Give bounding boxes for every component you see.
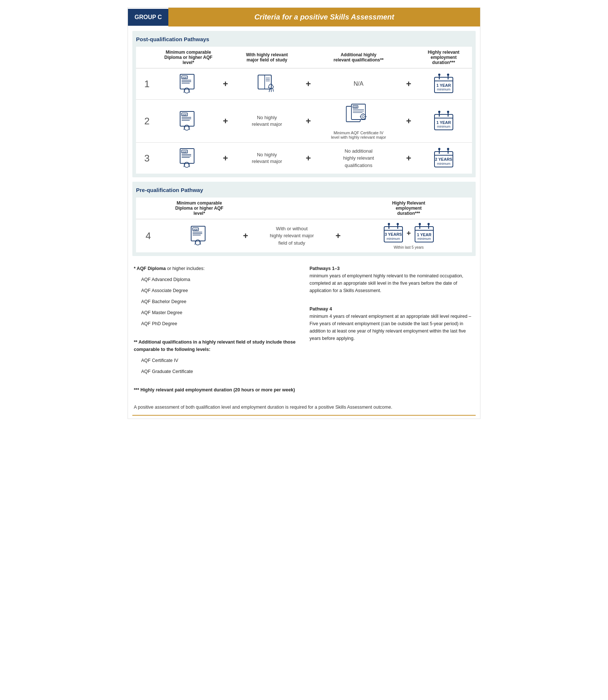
svg-text:AQF: AQF [182,151,187,153]
row-number: 2 [136,100,158,143]
svg-point-86 [397,223,399,225]
svg-point-22 [447,74,449,76]
pre-col-diploma: Minimum comparableDiploma or higher AQFl… [160,198,238,219]
note1: * AQF Diploma or higher includes: [134,265,298,272]
header: GROUP C Criteria for a positive Skills A… [128,8,480,26]
svg-text:minimum: minimum [417,237,431,241]
book-icon [255,71,279,95]
note2: ** Additional qualifications in a highly… [134,338,298,353]
pathway4-text: minimum 4 years of relevant employment a… [310,314,471,341]
pre-qual-section: Pre-qualification Pathway Minimum compar… [132,182,476,256]
note3: *** Highly relevant paid employment dura… [134,386,298,394]
svg-text:AQF: AQF [182,114,187,116]
note2-item-1: AQF Certificate IV [141,357,298,364]
svg-text:minimum: minimum [437,88,451,91]
pathway4-title: Pathway 4 [310,306,332,312]
diploma-icon-cell-3: AQF [158,143,219,174]
diploma-icon-3: AQF [176,146,200,170]
bottom-note-text: A positive assessment of both qualificat… [134,405,392,410]
row-number: 4 [136,219,160,253]
svg-text:AQF: AQF [353,106,358,108]
post-qual-section: Post-qualification Pathways Minimum comp… [132,31,476,177]
svg-point-68 [438,148,440,150]
with-or-without-cell: With or withouthighly relevant majorfiel… [253,219,331,253]
col-header-employment: Highly relevantemploymentduration*** [415,47,472,68]
pre-plus-2: + [331,219,346,253]
pre-col-num [136,198,160,219]
plus-2: + [302,68,315,100]
note2-item-2: AQF Graduate Certificate [141,368,298,375]
pre-col-plus2 [331,198,346,219]
svg-text:1 YEAR: 1 YEAR [436,120,451,125]
pre-diploma-cell: AQF [160,219,238,253]
calendar-cell-1: 1 YEAR minimum [415,68,472,100]
no-major-cell-3: No highlyrelevant major [232,143,302,174]
na-cell: N/A [315,68,402,100]
svg-point-52 [447,111,449,113]
plus-5: + [302,100,315,143]
bottom-divider [132,415,476,416]
plus-1: + [219,68,232,100]
diploma-icon-cell-2: AQF [158,100,219,143]
notes-section: * AQF Diploma or higher includes: AQF Ad… [128,260,480,402]
pathways13-title: Pathways 1–3 [310,266,340,271]
svg-text:minimum: minimum [437,125,451,128]
row-number: 3 [136,143,158,174]
dual-calendar-cell: 3 YEARS minimum + 1 YE [346,219,472,253]
col-header-major: With highly relevantmajor field of study [232,47,302,68]
note1-item-1: AQF Advanced Diploma [141,276,298,283]
col-header-additional: Additional highlyrelevant qualifications… [315,47,402,68]
pre-qual-table: Minimum comparableDiploma or higher AQFl… [136,198,472,252]
calendar-cell-2: 1 YEAR minimum [415,100,472,143]
svg-text:minimum: minimum [437,162,451,166]
svg-point-69 [447,148,449,150]
calendar-3yr: 3 YEARS minimum [382,222,404,244]
calendar-icon-3: 2 YEARS minimum [433,147,455,169]
svg-point-21 [438,74,440,76]
pre-plus-1: + [238,219,253,253]
page-title: Criteria for a positive Skills Assessmen… [168,8,480,26]
table-row: 1 AQF [136,68,472,100]
diploma-icon: AQF [176,71,200,95]
svg-text:AQF: AQF [193,228,198,231]
cert4-cell: AQF Minimum AQF Certifica [315,100,402,143]
plus-4: + [219,100,232,143]
within-text: Within last 5 years [348,245,470,249]
group-label: GROUP C [128,9,168,26]
note1-item-3: AQF Bachelor Degree [141,298,298,305]
table-row: 4 AQF + [136,219,472,253]
no-major-cell-2: No highlyrelevant major [232,100,302,143]
calendar-1yr: 1 YEAR minimum [413,222,435,244]
svg-text:1 YEAR: 1 YEAR [436,83,451,88]
post-qual-table: Minimum comparableDiploma or higher AQFl… [136,47,472,174]
col-header-diploma: Minimum comparableDiploma or higher AQFl… [158,47,219,68]
calendar-icon-2: 1 YEAR minimum [433,110,455,132]
svg-text:2 YEARS: 2 YEARS [435,157,452,161]
page-container: GROUP C Criteria for a positive Skills A… [128,7,480,419]
plus-6: + [402,100,415,143]
col-header-num [136,47,158,68]
svg-point-94 [428,223,430,225]
note1-item-5: AQF PhD Degree [141,320,298,327]
diploma-icon-cell: AQF [158,68,219,100]
pathways13-block: Pathways 1–3 minimum years of employment… [310,265,474,294]
svg-text:3 YEARS: 3 YEARS [385,232,402,237]
pathways13-text: minimum years of employment highly relev… [310,273,463,293]
note2-items: AQF Certificate IV AQF Graduate Certific… [134,357,298,375]
cert4-icon: AQF [345,103,372,128]
note1-item-4: AQF Master Degree [141,309,298,316]
no-additional-cell: No additionalhighly relevantqualificatio… [315,143,402,174]
svg-point-85 [388,223,390,225]
pre-col-plus [238,198,253,219]
note1-items: AQF Advanced Diploma AQF Associate Degre… [134,276,298,327]
svg-line-16 [273,88,273,92]
plus-9: + [402,143,415,174]
post-qual-title: Post-qualification Pathways [136,35,472,44]
calendar-icon: 1 YEAR minimum [433,73,455,95]
svg-text:AQF: AQF [182,77,187,79]
diploma-icon-2: AQF [176,109,200,132]
svg-text:1 YEAR: 1 YEAR [417,232,432,237]
inner-plus: + [406,229,412,238]
book-icon-cell [232,68,302,100]
calendar-cell-3: 2 YEARS minimum [415,143,472,174]
